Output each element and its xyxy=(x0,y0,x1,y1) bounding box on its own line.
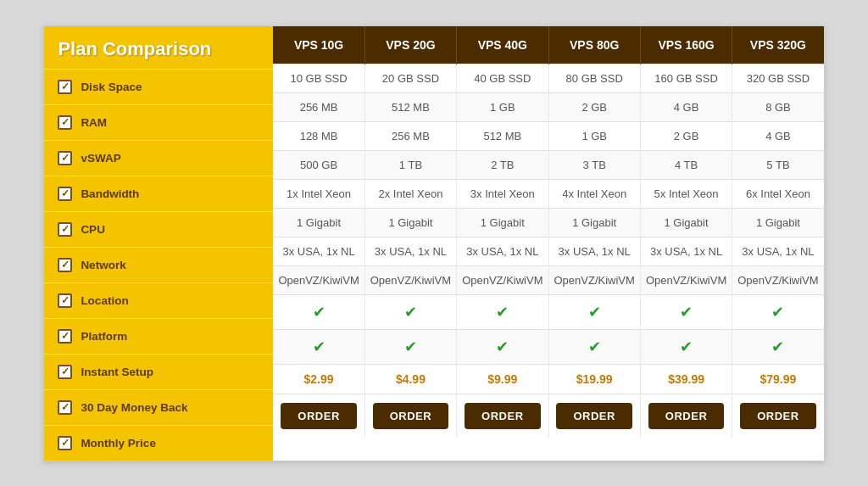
disk-1: 20 GB SSD xyxy=(364,64,456,92)
plat-5: OpenVZ/KiwiVM xyxy=(732,265,824,294)
net-1: 1 Gigabit xyxy=(364,208,456,237)
order-button-0[interactable]: ORDER xyxy=(281,403,356,429)
mb-4: ✔ xyxy=(640,329,732,364)
sidebar-label-location: Location xyxy=(81,294,128,307)
setup-4: ✔ xyxy=(640,294,732,329)
check-icon-ram xyxy=(58,115,72,130)
row-location: 3x USA, 1x NL 3x USA, 1x NL 3x USA, 1x N… xyxy=(273,237,823,265)
mb-3: ✔ xyxy=(548,329,640,364)
order-button-2[interactable]: ORDER xyxy=(465,403,540,429)
order-button-1[interactable]: ORDER xyxy=(373,403,448,429)
plan-header-0: VPS 10G xyxy=(273,26,364,64)
ram-2: 1 GB xyxy=(457,92,548,121)
ram-1: 512 MB xyxy=(364,92,456,121)
sidebar-label-cpu: CPU xyxy=(81,223,105,236)
order-button-4[interactable]: ORDER xyxy=(648,403,724,429)
plat-4: OpenVZ/KiwiVM xyxy=(640,265,732,294)
cpu-2: 3x Intel Xeon xyxy=(457,179,548,208)
net-4: 1 Gigabit xyxy=(640,208,732,237)
disk-0: 10 GB SSD xyxy=(273,64,364,92)
sidebar-row-monthly-price: Monthly Price xyxy=(44,425,273,461)
plat-0: OpenVZ/KiwiVM xyxy=(273,265,364,294)
cpu-5: 6x Intel Xeon xyxy=(732,179,824,208)
loc-2: 3x USA, 1x NL xyxy=(457,237,548,265)
price-3: $19.99 xyxy=(548,364,640,394)
sidebar-row-bandwidth: Bandwidth xyxy=(44,176,273,211)
loc-1: 3x USA, 1x NL xyxy=(364,237,456,265)
sidebar-row-diskspace: Disk Space xyxy=(44,69,273,104)
cpu-0: 1x Intel Xeon xyxy=(273,179,364,208)
plans-header-row: VPS 10G VPS 20G VPS 40G VPS 80G VPS 160G… xyxy=(273,26,823,64)
bw-5: 5 TB xyxy=(732,150,824,179)
loc-4: 3x USA, 1x NL xyxy=(640,237,732,265)
ram-3: 2 GB xyxy=(548,92,640,121)
loc-3: 3x USA, 1x NL xyxy=(548,237,640,265)
ram-4: 4 GB xyxy=(640,92,732,121)
row-platform: OpenVZ/KiwiVM OpenVZ/KiwiVM OpenVZ/KiwiV… xyxy=(273,265,823,294)
cpu-3: 4x Intel Xeon xyxy=(548,179,640,208)
price-4: $39.99 xyxy=(640,364,732,394)
plat-2: OpenVZ/KiwiVM xyxy=(457,265,548,294)
green-check-icon: ✔ xyxy=(313,338,326,355)
sidebar-row-cpu: CPU xyxy=(44,211,273,247)
plan-header-2: VPS 40G xyxy=(457,26,548,64)
setup-0: ✔ xyxy=(273,294,364,329)
plan-header-5: VPS 320G xyxy=(732,26,824,64)
bw-4: 4 TB xyxy=(640,150,732,179)
green-check-icon: ✔ xyxy=(771,338,784,355)
net-3: 1 Gigabit xyxy=(548,208,640,237)
check-icon-location xyxy=(58,293,72,308)
green-check-icon: ✔ xyxy=(680,338,693,355)
plans-area: VPS 10G VPS 20G VPS 40G VPS 80G VPS 160G… xyxy=(273,26,823,461)
green-check-icon: ✔ xyxy=(496,304,509,321)
check-icon-money-back xyxy=(58,400,72,415)
sidebar-label-network: Network xyxy=(81,259,125,271)
vswap-0: 128 MB xyxy=(273,121,364,150)
loc-5: 3x USA, 1x NL xyxy=(732,237,824,265)
mb-5: ✔ xyxy=(732,329,824,364)
green-check-icon: ✔ xyxy=(404,338,417,355)
vswap-5: 4 GB xyxy=(732,121,824,150)
green-check-icon: ✔ xyxy=(496,338,509,355)
check-icon-platform xyxy=(58,329,72,344)
row-price: $2.99 $4.99 $9.99 $19.99 $39.99 $79.99 xyxy=(273,364,823,394)
sidebar-label-ram: RAM xyxy=(81,116,107,129)
green-check-icon: ✔ xyxy=(588,338,601,355)
net-0: 1 Gigabit xyxy=(273,208,364,237)
vswap-2: 512 MB xyxy=(457,121,548,150)
sidebar-label-diskspace: Disk Space xyxy=(81,81,142,93)
vswap-1: 256 MB xyxy=(364,121,456,150)
price-5: $79.99 xyxy=(732,364,824,394)
order-cell-0: ORDER xyxy=(273,394,364,438)
row-disk: 10 GB SSD 20 GB SSD 40 GB SSD 80 GB SSD … xyxy=(273,64,823,92)
sidebar-title: Plan Comparison xyxy=(44,26,273,69)
green-check-icon: ✔ xyxy=(313,304,326,321)
order-cell-2: ORDER xyxy=(457,394,548,438)
plan-header-1: VPS 20G xyxy=(364,26,456,64)
setup-3: ✔ xyxy=(548,294,640,329)
green-check-icon: ✔ xyxy=(771,304,784,321)
check-icon-monthly-price xyxy=(58,436,72,450)
net-5: 1 Gigabit xyxy=(732,208,824,237)
order-cell-4: ORDER xyxy=(640,394,732,438)
vswap-3: 1 GB xyxy=(548,121,640,150)
row-vswap: 128 MB 256 MB 512 MB 1 GB 2 GB 4 GB xyxy=(273,121,823,150)
sidebar-label-monthly-price: Monthly Price xyxy=(81,437,156,450)
setup-2: ✔ xyxy=(457,294,548,329)
check-icon-network xyxy=(58,258,72,272)
bw-3: 3 TB xyxy=(548,150,640,179)
plan-header-3: VPS 80G xyxy=(548,26,640,64)
check-icon-cpu xyxy=(58,222,72,237)
check-icon-vswap xyxy=(58,151,72,165)
disk-3: 80 GB SSD xyxy=(548,64,640,92)
order-button-3[interactable]: ORDER xyxy=(556,403,632,429)
plat-1: OpenVZ/KiwiVM xyxy=(364,265,456,294)
sidebar: Plan Comparison Disk Space RAM vSWAP Ban… xyxy=(44,26,273,461)
mb-2: ✔ xyxy=(457,329,548,364)
row-order: ORDER ORDER ORDER ORDER ORDER xyxy=(273,394,823,438)
row-money-back: ✔ ✔ ✔ ✔ ✔ ✔ xyxy=(273,329,823,364)
sidebar-row-location: Location xyxy=(44,282,273,318)
order-button-5[interactable]: ORDER xyxy=(740,403,815,429)
green-check-icon: ✔ xyxy=(680,304,693,321)
check-icon-instant-setup xyxy=(58,365,72,379)
